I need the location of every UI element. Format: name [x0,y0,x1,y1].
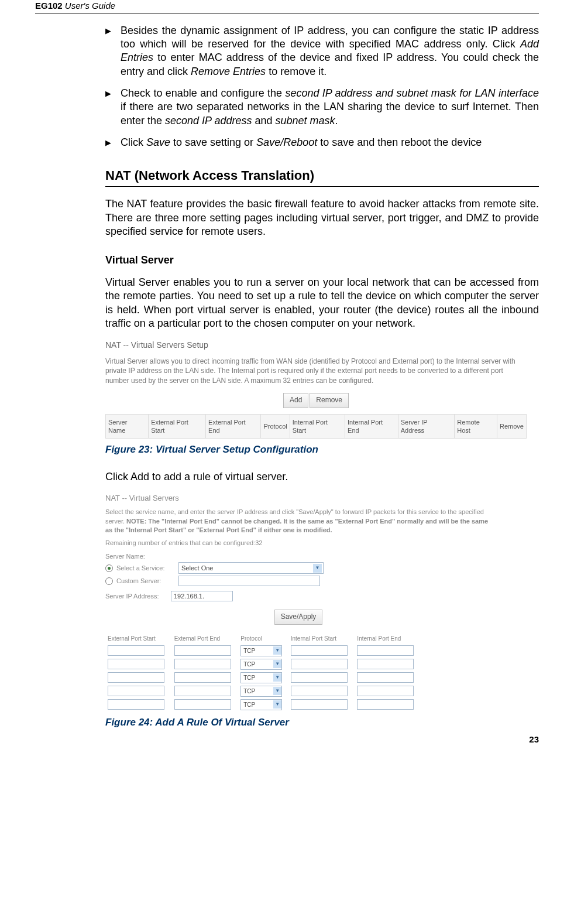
bullet-item: ▶ Click Save to save setting or Save/Reb… [105,136,539,149]
shot1-desc: Virtual Server allows you to direct inco… [105,357,527,386]
col2-protocol: Protocol [238,633,288,644]
ext-end-input[interactable] [174,686,231,696]
bullet-marker: ▶ [105,87,111,128]
virtual-server-table: Server Name External Port Start External… [105,414,527,439]
ext-start-input[interactable] [108,699,164,710]
page-header: EG102 User's Guide [35,0,539,13]
figure-23-caption: Figure 23: Virtual Server Setup Configur… [105,443,539,456]
model-name: EG102 [35,1,63,11]
bullet-marker: ▶ [105,136,111,149]
shot2-button-row: Save/Apply [105,610,491,625]
shot1-button-row: AddRemove [105,393,527,408]
custom-server-row: Custom Server: [105,576,491,586]
bullet-marker: ▶ [105,24,111,79]
col2-int-start: Internal Port Start [288,633,355,644]
select-service-label: Select a Service: [116,564,175,572]
col-ext-port-end: External Port End [206,414,261,439]
add-button[interactable]: Add [283,393,308,408]
col2-ext-end: External Port End [172,633,239,644]
protocol-select[interactable]: TCP▼ [240,699,282,710]
protocol-select[interactable]: TCP▼ [240,645,282,656]
header-title: EG102 User's Guide [35,0,115,12]
table-row: TCP▼ [105,698,421,711]
ext-end-input[interactable] [174,672,231,683]
ext-start-input[interactable] [108,645,164,656]
custom-server-input[interactable] [178,576,320,586]
int-start-input[interactable] [291,686,348,696]
remaining-entries: Remaining number of entries that can be … [105,539,491,547]
col-ext-port-start: External Port Start [149,414,206,439]
table-row: TCP▼ [105,658,421,671]
ext-end-input[interactable] [174,699,231,710]
guide-label: User's Guide [63,1,115,11]
table-row: TCP▼ [105,671,421,685]
protocol-select[interactable]: TCP▼ [240,672,282,683]
ext-end-input[interactable] [174,659,231,669]
col-remote-host: Remote Host [455,414,497,439]
port-mapping-table: External Port Start External Port End Pr… [105,633,421,711]
col-remove: Remove [497,414,526,439]
figure-24-caption: Figure 24: Add A Rule Of Virtual Server [105,716,539,729]
bullet-text-2: Check to enable and configure the second… [121,87,539,128]
virtual-server-heading: Virtual Server [105,254,539,267]
int-start-input[interactable] [291,672,348,683]
remove-button[interactable]: Remove [310,393,349,408]
chevron-down-icon: ▼ [273,646,281,655]
protocol-select[interactable]: TCP▼ [240,686,282,697]
table-row: TCP▼ [105,644,421,658]
server-name-label: Server Name: [105,552,491,560]
server-ip-label: Server IP Address: [105,592,167,600]
ext-end-input[interactable] [174,645,231,656]
chevron-down-icon: ▼ [313,564,322,573]
chevron-down-icon: ▼ [273,687,281,695]
int-end-input[interactable] [357,645,414,656]
col-server-ip: Server IP Address [398,414,455,439]
ext-start-input[interactable] [108,672,164,683]
select-service-row: Select a Service: Select One ▼ [105,562,491,574]
int-end-input[interactable] [357,699,414,710]
table-row: TCP▼ [105,685,421,698]
col2-ext-start: External Port Start [105,633,172,644]
ext-start-input[interactable] [108,659,164,669]
ext-start-input[interactable] [108,686,164,696]
add-virtual-server-screenshot: NAT -- Virtual Servers Select the servic… [105,494,491,711]
service-dropdown[interactable]: Select One ▼ [178,562,324,574]
server-ip-input[interactable]: 192.168.1. [171,591,233,601]
server-ip-row: Server IP Address: 192.168.1. [105,591,491,601]
service-dropdown-value: Select One [181,564,213,572]
int-start-input[interactable] [291,645,348,656]
click-add-paragraph: Click Add to add a rule of virtual serve… [105,470,539,484]
virtual-server-setup-screenshot: NAT -- Virtual Servers Setup Virtual Ser… [105,340,527,439]
col-server-name: Server Name [106,414,149,439]
nat-paragraph: The NAT feature provides the basic firew… [105,197,539,238]
shot1-title: NAT -- Virtual Servers Setup [105,340,527,350]
protocol-select[interactable]: TCP▼ [240,659,282,670]
int-end-input[interactable] [357,659,414,669]
select-service-radio[interactable] [105,564,113,572]
bullet-item: ▶ Besides the dynamic assignment of IP a… [105,24,539,79]
chevron-down-icon: ▼ [273,673,281,682]
col-protocol: Protocol [261,414,290,439]
int-end-input[interactable] [357,672,414,683]
shot2-desc: Select the service name, and enter the s… [105,508,491,535]
bullet-item: ▶ Check to enable and configure the seco… [105,87,539,128]
nat-section-title: NAT (Network Access Translation) [105,167,539,187]
int-start-input[interactable] [291,699,348,710]
bullet-text-3: Click Save to save setting or Save/Reboo… [121,136,539,149]
custom-server-label: Custom Server: [116,577,175,585]
col2-int-end: Internal Port End [355,633,421,644]
custom-server-radio[interactable] [105,577,113,585]
int-end-input[interactable] [357,686,414,696]
save-apply-button[interactable]: Save/Apply [274,610,323,625]
page-number: 23 [35,734,539,745]
int-start-input[interactable] [291,659,348,669]
col-int-port-start: Internal Port Start [290,414,345,439]
chevron-down-icon: ▼ [273,700,281,709]
bullet-text-1: Besides the dynamic assignment of IP add… [121,24,539,79]
col-int-port-end: Internal Port End [345,414,398,439]
chevron-down-icon: ▼ [273,660,281,668]
virtual-server-paragraph: Virtual Server enables you to run a serv… [105,276,539,331]
shot2-title: NAT -- Virtual Servers [105,494,491,504]
